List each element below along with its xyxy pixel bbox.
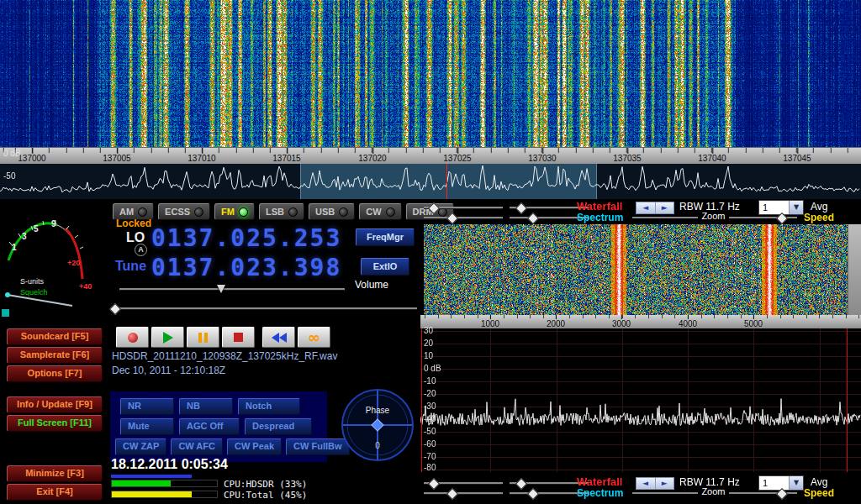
info-update-button[interactable]: Info / Update [F9] bbox=[7, 396, 103, 413]
recording-timestamp: Dec 10, 2011 - 12:10:18Z bbox=[112, 365, 225, 376]
mode-lsb-button[interactable]: LSB bbox=[259, 203, 304, 220]
zoom-slider[interactable]: Zoom bbox=[632, 212, 797, 222]
cpu-total-label: CPU:Total (45%) bbox=[224, 490, 307, 501]
cw-zap-button[interactable]: CW ZAP bbox=[115, 438, 166, 455]
tune-frequency-display[interactable]: 0137.023.398 bbox=[151, 254, 341, 281]
rx-axis-label: 5000 bbox=[744, 319, 763, 328]
slider-handle[interactable] bbox=[527, 488, 539, 500]
freq-label: 137005 bbox=[103, 154, 130, 163]
rx-db-label: -10 bbox=[424, 376, 436, 386]
rx-spectrum-display[interactable] bbox=[420, 328, 861, 472]
cw-peak-button[interactable]: CW Peak bbox=[227, 438, 282, 455]
rewind-button[interactable] bbox=[262, 327, 295, 348]
cpu-total-fill bbox=[112, 491, 192, 497]
nb-button[interactable]: NB bbox=[179, 398, 233, 415]
cpu-hdsdr-bar bbox=[111, 480, 218, 487]
slider-handle[interactable] bbox=[446, 488, 458, 500]
rx-db-label: 10 bbox=[424, 351, 433, 360]
spectrum-tab-2[interactable]: Spectrum bbox=[577, 487, 623, 499]
mode-fm-button[interactable]: FM bbox=[214, 203, 255, 220]
pause-icon bbox=[198, 333, 208, 343]
extio-button[interactable]: ExtIO bbox=[361, 258, 409, 276]
rx-db-label: -70 bbox=[424, 452, 436, 461]
rx-db-label: -50 bbox=[424, 427, 436, 436]
freqmgr-button[interactable]: FreqMgr bbox=[356, 228, 415, 246]
play-button[interactable] bbox=[151, 327, 184, 348]
s-meter-arc bbox=[8, 223, 82, 279]
rx-db-label: 0 dB bbox=[424, 364, 441, 373]
mode-cw-button[interactable]: CW bbox=[359, 203, 401, 220]
locked-status-label: Locked bbox=[116, 218, 151, 229]
recording-filename: HDSDR_20111210_120938Z_137025kHz_RF.wav bbox=[112, 350, 337, 362]
slider-handle[interactable] bbox=[527, 213, 539, 224]
main-waterfall-display[interactable] bbox=[0, 0, 861, 147]
waterfall-brightness-slider-2[interactable] bbox=[424, 478, 503, 488]
playback-position-bar[interactable] bbox=[111, 475, 192, 478]
loop-button[interactable]: ∞ bbox=[298, 327, 330, 348]
zoom-slider-handle[interactable] bbox=[776, 488, 788, 500]
options-button[interactable]: Options [F7] bbox=[7, 365, 103, 382]
waterfall-tab[interactable]: Waterfall bbox=[577, 200, 622, 213]
freq-label: 137045 bbox=[783, 154, 811, 163]
rewind-icon bbox=[272, 333, 287, 343]
ecss-led-icon bbox=[194, 207, 203, 217]
phase-label: Phase bbox=[366, 406, 390, 415]
soundcard-button[interactable]: Soundcard [F5] bbox=[7, 328, 103, 345]
rx-waterfall-display[interactable] bbox=[424, 224, 848, 315]
overview-spectrum[interactable] bbox=[0, 164, 861, 199]
waterfall-tab-2[interactable]: Waterfall bbox=[577, 475, 622, 488]
loop-icon: ∞ bbox=[308, 330, 320, 345]
volume-slider-handle[interactable] bbox=[217, 285, 225, 293]
fullscreen-button[interactable]: Full Screen [F11] bbox=[7, 415, 103, 432]
frequency-scale-ticks bbox=[0, 148, 861, 153]
rf-gain-slider[interactable] bbox=[111, 303, 417, 313]
record-button[interactable] bbox=[116, 327, 149, 348]
spectrum-tab[interactable]: Spectrum bbox=[577, 212, 623, 223]
record-icon bbox=[128, 333, 138, 343]
s-meter: 1 3 5 9 +20 +40 S-units Squelch bbox=[0, 200, 109, 311]
am-led-icon bbox=[138, 207, 147, 217]
spectrum-range-upper-slider-2[interactable] bbox=[424, 488, 503, 498]
cw-led-icon bbox=[386, 207, 395, 217]
overview-db-label-0: 0 dB bbox=[3, 149, 21, 158]
squelch-indicator[interactable] bbox=[2, 309, 9, 317]
usb-led-icon bbox=[339, 207, 348, 217]
tune-marker-line[interactable] bbox=[446, 164, 447, 199]
spectrum-range-upper-slider[interactable] bbox=[424, 213, 503, 223]
frequency-scale[interactable]: 137000 137005 137010 137015 137020 13702… bbox=[0, 147, 861, 164]
mode-ecss-button[interactable]: ECSS bbox=[158, 203, 210, 220]
samplerate-button[interactable]: Samplerate [F6] bbox=[7, 347, 103, 364]
notch-button[interactable]: Notch bbox=[238, 398, 300, 415]
exit-button[interactable]: Exit [F4] bbox=[7, 484, 103, 501]
lo-sync-badge[interactable]: A bbox=[135, 244, 147, 256]
waterfall-brightness-slider[interactable] bbox=[424, 202, 503, 213]
rf-gain-slider-handle[interactable] bbox=[109, 303, 121, 315]
stop-button[interactable] bbox=[222, 327, 255, 348]
pause-button[interactable] bbox=[187, 327, 219, 348]
mode-usb-button[interactable]: USB bbox=[309, 203, 355, 220]
waterfall-side-panel bbox=[848, 224, 861, 315]
zoom-slider-2[interactable]: Zoom bbox=[632, 487, 797, 497]
rx-db-label: 20 bbox=[424, 339, 433, 348]
despread-button[interactable]: Despread bbox=[245, 418, 312, 435]
minimize-button[interactable]: Minimize [F3] bbox=[7, 465, 103, 482]
agc-button[interactable]: AGC Off bbox=[179, 418, 240, 435]
zoom-label-2: Zoom bbox=[698, 486, 728, 496]
s-meter-label-1: 1 bbox=[12, 243, 17, 252]
avg-label: Avg bbox=[811, 201, 827, 213]
lo-frequency-display[interactable]: 0137.025.253 bbox=[151, 224, 341, 252]
rx-frequency-axis[interactable]: 1000 2000 3000 4000 5000 bbox=[420, 315, 861, 328]
mute-button[interactable]: Mute bbox=[120, 418, 174, 435]
play-icon bbox=[163, 332, 173, 344]
slider-handle[interactable] bbox=[446, 213, 458, 224]
nr-button[interactable]: NR bbox=[120, 398, 174, 415]
s-meter-needle-tip bbox=[5, 292, 10, 297]
playback-controls: ∞ bbox=[116, 327, 330, 348]
rx-db-label: -30 bbox=[424, 402, 436, 411]
mode-button-row: AM ECSS FM LSB USB CW DRM bbox=[113, 203, 454, 220]
s-meter-label-5: 5 bbox=[34, 224, 39, 234]
volume-slider[interactable] bbox=[119, 284, 345, 294]
avg-label-2: Avg bbox=[811, 476, 827, 488]
cw-afc-button[interactable]: CW AFC bbox=[171, 438, 223, 455]
zoom-slider-handle[interactable] bbox=[776, 213, 788, 224]
